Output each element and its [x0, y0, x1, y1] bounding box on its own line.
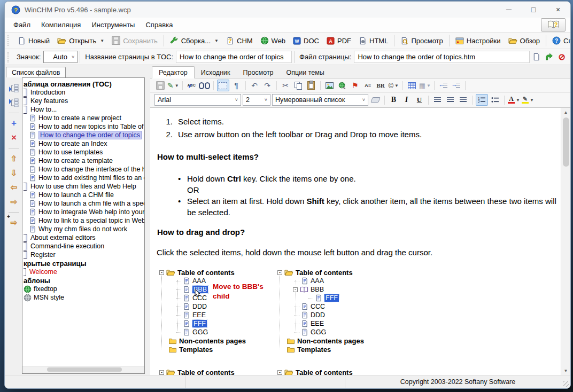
preview-button[interactable]: Просмотр: [397, 35, 446, 46]
new-page-file-button[interactable]: [530, 51, 543, 63]
menu-tools[interactable]: Инструменты: [86, 19, 140, 31]
edit-mode-button[interactable]: ✎▼: [167, 80, 179, 91]
font-size-select[interactable]: 2˅: [243, 94, 270, 106]
horizontal-scrollbar[interactable]: [22, 366, 144, 373]
show-paragraph-button[interactable]: ¶: [231, 80, 242, 91]
toc-tree-item[interactable]: How to add new topics into Table of Cont…: [22, 122, 144, 131]
table-operations-button[interactable]: ▦▼: [419, 80, 431, 91]
toc-tree-item[interactable]: How to launch a CHM file: [22, 191, 144, 199]
underline-button[interactable]: U: [414, 95, 425, 105]
toc-tree-item[interactable]: How to...: [22, 105, 144, 114]
show-borders-button[interactable]: [217, 80, 229, 91]
highlight-button[interactable]: ✎▼: [522, 95, 534, 105]
bullet-list-button[interactable]: [490, 95, 501, 105]
bold-button[interactable]: B: [388, 95, 399, 105]
compile-html-button[interactable]: HTML: [355, 35, 392, 46]
insert-br-button[interactable]: BR: [375, 80, 386, 91]
numbered-list-button[interactable]: 12: [476, 94, 488, 106]
toc-tree-item[interactable]: About external editors: [22, 233, 144, 242]
scrollbar-thumb[interactable]: [563, 117, 569, 167]
toc-tree-item[interactable]: fixedtop: [22, 285, 144, 293]
move-right-button[interactable]: ⇨: [8, 197, 20, 207]
help-button[interactable]: ? Справка: [548, 35, 571, 46]
collapse-tree-icon[interactable]: [8, 97, 20, 108]
close-button[interactable]: ×: [546, 2, 570, 18]
toc-tree-item[interactable]: How to use chm files and Web Help: [22, 182, 144, 191]
toc-tree-item[interactable]: Command-line execution: [22, 242, 144, 250]
toc-tree-item[interactable]: How to create a template: [22, 156, 144, 165]
undo-button[interactable]: ↶: [249, 80, 260, 91]
compile-chm-button[interactable]: ? CHM: [222, 35, 257, 46]
toc-tree-item[interactable]: How to link to a special topic in Web He…: [22, 216, 144, 225]
toc-tree-item[interactable]: Key features: [22, 97, 144, 105]
toc-tree-item[interactable]: крытые страницы: [22, 259, 144, 268]
find-button[interactable]: [199, 80, 210, 91]
add-child-button[interactable]: +⇨: [8, 217, 20, 228]
save-page-button[interactable]: [154, 80, 166, 91]
tab-file-list[interactable]: Список файлов: [6, 67, 66, 77]
font-select[interactable]: Arial˅: [154, 94, 241, 106]
toc-tree-item[interactable]: How to create an Index: [22, 139, 144, 148]
document-editor[interactable]: 1.Select items.2.Use arrow button on the…: [150, 108, 561, 375]
move-down-button[interactable]: ⇩: [8, 168, 20, 178]
tab-editor[interactable]: Редактор: [152, 66, 195, 79]
align-center-button[interactable]: [445, 95, 456, 105]
tab-preview[interactable]: Просмотр: [236, 67, 280, 78]
paste-button[interactable]: [306, 80, 317, 91]
clear-format-button[interactable]: [370, 95, 381, 105]
toc-tree-item[interactable]: How to add existing html files to an exi…: [22, 174, 144, 182]
toc-tree-item[interactable]: How to create a new project: [22, 114, 144, 122]
delete-topic-button[interactable]: ×: [8, 132, 20, 143]
icon-select[interactable]: Auto˅: [43, 51, 78, 63]
compile-pdf-button[interactable]: A PDF: [323, 35, 355, 46]
new-button[interactable]: Новый: [14, 35, 53, 46]
move-left-button[interactable]: ⇦: [8, 182, 20, 193]
resize-grip[interactable]: [563, 381, 569, 387]
decrease-indent-button[interactable]: ←: [438, 80, 449, 91]
browse-button[interactable]: Обзор: [505, 35, 544, 46]
toc-tree-item[interactable]: How to launch a chm file with a specifie…: [22, 199, 144, 208]
goto-file-button[interactable]: [543, 51, 555, 63]
vertical-scrollbar[interactable]: ▲ ▼: [561, 108, 570, 375]
compile-doc-button[interactable]: W DOC: [289, 35, 323, 46]
copy-button[interactable]: [293, 80, 304, 91]
help-book-button[interactable]: ?: [541, 18, 566, 32]
paragraph-style-select[interactable]: Нумерованный список˅: [272, 94, 368, 106]
scrollbar-thumb[interactable]: [47, 367, 122, 372]
insert-image-button[interactable]: [324, 80, 335, 91]
page-file-input[interactable]: How to change the order of topics.htm: [354, 51, 530, 63]
toc-tree-item[interactable]: How to integrate Web help into your webs: [22, 208, 144, 216]
compile-web-button[interactable]: Web: [257, 35, 290, 46]
menu-help[interactable]: Справка: [140, 19, 178, 31]
redo-button[interactable]: ↷: [262, 80, 273, 91]
insert-table-button[interactable]: [406, 80, 417, 91]
toc-title-input[interactable]: How to change the order of topics: [176, 51, 292, 63]
menu-compile[interactable]: Компиляция: [36, 19, 86, 31]
cut-button[interactable]: ✂: [280, 80, 291, 91]
minimize-button[interactable]: ─: [497, 2, 521, 18]
toc-tree-item[interactable]: Why my chm files do not work: [22, 225, 144, 233]
font-color-button[interactable]: A▼: [508, 95, 520, 105]
toc-tree-item[interactable]: How to change the order of topics: [22, 131, 144, 139]
tab-source[interactable]: Исходник: [195, 67, 237, 78]
toc-tree-item[interactable]: How to use templates: [22, 148, 144, 156]
increase-indent-button[interactable]: →: [451, 80, 462, 91]
toc-tree-item[interactable]: Register: [22, 250, 144, 259]
align-left-button[interactable]: [432, 95, 443, 105]
toc-tree-item[interactable]: MSN style: [22, 293, 144, 302]
insert-link-button[interactable]: [337, 80, 348, 91]
insert-symbol-button[interactable]: ©▼: [388, 80, 399, 91]
toc-tree-item[interactable]: Welcome: [22, 268, 144, 276]
expand-tree-icon[interactable]: [8, 83, 20, 93]
open-button[interactable]: Открыть▼: [53, 35, 108, 46]
scroll-down-arrow[interactable]: ▼: [561, 366, 570, 375]
toc-tree-item[interactable]: аблоны: [22, 276, 144, 285]
toc-tree-item[interactable]: Introduction: [22, 88, 144, 97]
save-button[interactable]: Сохранить: [108, 35, 161, 46]
align-right-button[interactable]: [458, 95, 469, 105]
spellcheck-button[interactable]: ABC✓: [186, 80, 197, 91]
build-button[interactable]: Сборка...▼: [166, 35, 222, 46]
insert-anchor-button[interactable]: ⚑: [350, 80, 361, 91]
scroll-up-arrow[interactable]: ▲: [561, 108, 570, 116]
remove-file-button[interactable]: ⊘: [555, 51, 568, 63]
